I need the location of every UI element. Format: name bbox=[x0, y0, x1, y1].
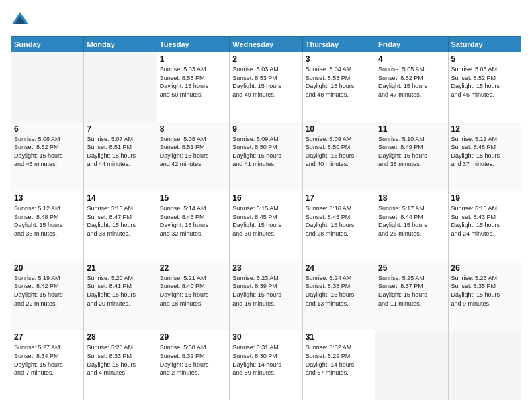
page: SundayMondayTuesdayWednesdayThursdayFrid… bbox=[0, 0, 532, 411]
day-number: 18 bbox=[378, 193, 445, 203]
weekday-header: Monday bbox=[84, 37, 157, 52]
day-number: 2 bbox=[232, 54, 299, 64]
calendar-cell: 23Sunrise: 5:23 AM Sunset: 8:39 PM Dayli… bbox=[230, 261, 302, 330]
day-info: Sunrise: 5:15 AM Sunset: 8:45 PM Dayligh… bbox=[232, 204, 299, 238]
day-info: Sunrise: 5:26 AM Sunset: 8:35 PM Dayligh… bbox=[451, 274, 518, 308]
calendar-cell bbox=[11, 52, 84, 122]
calendar-cell: 14Sunrise: 5:13 AM Sunset: 8:47 PM Dayli… bbox=[84, 191, 157, 261]
day-info: Sunrise: 5:30 AM Sunset: 8:32 PM Dayligh… bbox=[160, 343, 226, 377]
day-info: Sunrise: 5:28 AM Sunset: 8:33 PM Dayligh… bbox=[87, 343, 153, 377]
day-info: Sunrise: 5:13 AM Sunset: 8:47 PM Dayligh… bbox=[87, 204, 153, 238]
day-number: 5 bbox=[451, 54, 518, 64]
calendar-header-row: SundayMondayTuesdayWednesdayThursdayFrid… bbox=[11, 37, 521, 52]
calendar-week-row: 6Sunrise: 5:06 AM Sunset: 8:52 PM Daylig… bbox=[11, 122, 521, 191]
calendar-week-row: 13Sunrise: 5:12 AM Sunset: 8:48 PM Dayli… bbox=[11, 191, 521, 261]
day-info: Sunrise: 5:05 AM Sunset: 8:52 PM Dayligh… bbox=[378, 65, 445, 99]
calendar-cell: 5Sunrise: 5:06 AM Sunset: 8:52 PM Daylig… bbox=[448, 52, 521, 122]
calendar-cell bbox=[375, 330, 448, 400]
day-number: 27 bbox=[14, 332, 81, 342]
day-info: Sunrise: 5:18 AM Sunset: 8:43 PM Dayligh… bbox=[451, 204, 518, 238]
weekday-header: Sunday bbox=[11, 37, 84, 52]
day-number: 19 bbox=[451, 193, 518, 203]
calendar-week-row: 27Sunrise: 5:27 AM Sunset: 8:34 PM Dayli… bbox=[11, 330, 521, 400]
day-number: 30 bbox=[232, 332, 299, 342]
day-number: 4 bbox=[378, 54, 445, 64]
day-info: Sunrise: 5:04 AM Sunset: 8:53 PM Dayligh… bbox=[306, 65, 372, 99]
day-info: Sunrise: 5:08 AM Sunset: 8:51 PM Dayligh… bbox=[160, 135, 226, 169]
day-info: Sunrise: 5:25 AM Sunset: 8:37 PM Dayligh… bbox=[378, 274, 445, 308]
day-info: Sunrise: 5:10 AM Sunset: 8:49 PM Dayligh… bbox=[378, 135, 445, 169]
calendar-cell: 3Sunrise: 5:04 AM Sunset: 8:53 PM Daylig… bbox=[302, 52, 375, 122]
day-info: Sunrise: 5:12 AM Sunset: 8:48 PM Dayligh… bbox=[14, 204, 81, 238]
day-number: 9 bbox=[232, 124, 299, 134]
calendar-cell: 27Sunrise: 5:27 AM Sunset: 8:34 PM Dayli… bbox=[11, 330, 84, 400]
day-number: 31 bbox=[306, 332, 372, 342]
day-number: 28 bbox=[87, 332, 153, 342]
calendar-cell: 17Sunrise: 5:16 AM Sunset: 8:45 PM Dayli… bbox=[302, 191, 375, 261]
day-number: 25 bbox=[378, 263, 445, 273]
calendar-cell: 22Sunrise: 5:21 AM Sunset: 8:40 PM Dayli… bbox=[157, 261, 229, 330]
calendar-cell: 8Sunrise: 5:08 AM Sunset: 8:51 PM Daylig… bbox=[157, 122, 229, 191]
weekday-header: Thursday bbox=[302, 37, 375, 52]
calendar-cell: 12Sunrise: 5:11 AM Sunset: 8:48 PM Dayli… bbox=[448, 122, 521, 191]
logo-icon bbox=[11, 11, 30, 30]
logo bbox=[11, 11, 32, 30]
day-number: 23 bbox=[232, 263, 299, 273]
day-number: 6 bbox=[14, 124, 81, 134]
calendar-week-row: 20Sunrise: 5:19 AM Sunset: 8:42 PM Dayli… bbox=[11, 261, 521, 330]
day-number: 8 bbox=[160, 124, 226, 134]
weekday-header: Wednesday bbox=[230, 37, 302, 52]
day-number: 13 bbox=[14, 193, 81, 203]
calendar-table: SundayMondayTuesdayWednesdayThursdayFrid… bbox=[11, 36, 521, 400]
calendar-cell: 11Sunrise: 5:10 AM Sunset: 8:49 PM Dayli… bbox=[375, 122, 448, 191]
day-number: 11 bbox=[378, 124, 445, 134]
calendar-cell: 31Sunrise: 5:32 AM Sunset: 8:29 PM Dayli… bbox=[302, 330, 375, 400]
day-number: 3 bbox=[306, 54, 372, 64]
calendar-cell: 1Sunrise: 5:03 AM Sunset: 8:53 PM Daylig… bbox=[157, 52, 229, 122]
calendar-cell: 10Sunrise: 5:09 AM Sunset: 8:50 PM Dayli… bbox=[302, 122, 375, 191]
calendar-cell: 25Sunrise: 5:25 AM Sunset: 8:37 PM Dayli… bbox=[375, 261, 448, 330]
day-info: Sunrise: 5:23 AM Sunset: 8:39 PM Dayligh… bbox=[232, 274, 299, 308]
header bbox=[11, 11, 521, 30]
day-info: Sunrise: 5:20 AM Sunset: 8:41 PM Dayligh… bbox=[87, 274, 153, 308]
day-number: 26 bbox=[451, 263, 518, 273]
day-number: 29 bbox=[160, 332, 226, 342]
weekday-header: Saturday bbox=[448, 37, 521, 52]
calendar-cell: 4Sunrise: 5:05 AM Sunset: 8:52 PM Daylig… bbox=[375, 52, 448, 122]
day-number: 14 bbox=[87, 193, 153, 203]
calendar-cell: 18Sunrise: 5:17 AM Sunset: 8:44 PM Dayli… bbox=[375, 191, 448, 261]
calendar-cell: 6Sunrise: 5:06 AM Sunset: 8:52 PM Daylig… bbox=[11, 122, 84, 191]
day-info: Sunrise: 5:31 AM Sunset: 8:30 PM Dayligh… bbox=[232, 343, 299, 377]
day-info: Sunrise: 5:27 AM Sunset: 8:34 PM Dayligh… bbox=[14, 343, 81, 377]
day-number: 16 bbox=[232, 193, 299, 203]
day-info: Sunrise: 5:24 AM Sunset: 8:38 PM Dayligh… bbox=[306, 274, 372, 308]
day-number: 10 bbox=[306, 124, 372, 134]
calendar-cell: 28Sunrise: 5:28 AM Sunset: 8:33 PM Dayli… bbox=[84, 330, 157, 400]
calendar-week-row: 1Sunrise: 5:03 AM Sunset: 8:53 PM Daylig… bbox=[11, 52, 521, 122]
day-number: 7 bbox=[87, 124, 153, 134]
day-info: Sunrise: 5:03 AM Sunset: 8:53 PM Dayligh… bbox=[160, 65, 226, 99]
day-number: 21 bbox=[87, 263, 153, 273]
calendar-cell: 13Sunrise: 5:12 AM Sunset: 8:48 PM Dayli… bbox=[11, 191, 84, 261]
calendar-cell: 15Sunrise: 5:14 AM Sunset: 8:46 PM Dayli… bbox=[157, 191, 229, 261]
calendar-cell bbox=[448, 330, 521, 400]
day-info: Sunrise: 5:19 AM Sunset: 8:42 PM Dayligh… bbox=[14, 274, 81, 308]
calendar-cell: 9Sunrise: 5:09 AM Sunset: 8:50 PM Daylig… bbox=[230, 122, 302, 191]
calendar-cell bbox=[84, 52, 157, 122]
calendar-cell: 30Sunrise: 5:31 AM Sunset: 8:30 PM Dayli… bbox=[230, 330, 302, 400]
calendar-cell: 20Sunrise: 5:19 AM Sunset: 8:42 PM Dayli… bbox=[11, 261, 84, 330]
day-number: 15 bbox=[160, 193, 226, 203]
day-info: Sunrise: 5:09 AM Sunset: 8:50 PM Dayligh… bbox=[232, 135, 299, 169]
day-info: Sunrise: 5:03 AM Sunset: 8:53 PM Dayligh… bbox=[232, 65, 299, 99]
calendar-cell: 21Sunrise: 5:20 AM Sunset: 8:41 PM Dayli… bbox=[84, 261, 157, 330]
day-info: Sunrise: 5:06 AM Sunset: 8:52 PM Dayligh… bbox=[451, 65, 518, 99]
day-info: Sunrise: 5:32 AM Sunset: 8:29 PM Dayligh… bbox=[306, 343, 372, 377]
calendar-cell: 24Sunrise: 5:24 AM Sunset: 8:38 PM Dayli… bbox=[302, 261, 375, 330]
day-info: Sunrise: 5:14 AM Sunset: 8:46 PM Dayligh… bbox=[160, 204, 226, 238]
day-info: Sunrise: 5:21 AM Sunset: 8:40 PM Dayligh… bbox=[160, 274, 226, 308]
day-number: 12 bbox=[451, 124, 518, 134]
calendar-cell: 19Sunrise: 5:18 AM Sunset: 8:43 PM Dayli… bbox=[448, 191, 521, 261]
day-number: 1 bbox=[160, 54, 226, 64]
weekday-header: Friday bbox=[375, 37, 448, 52]
calendar-cell: 29Sunrise: 5:30 AM Sunset: 8:32 PM Dayli… bbox=[157, 330, 229, 400]
